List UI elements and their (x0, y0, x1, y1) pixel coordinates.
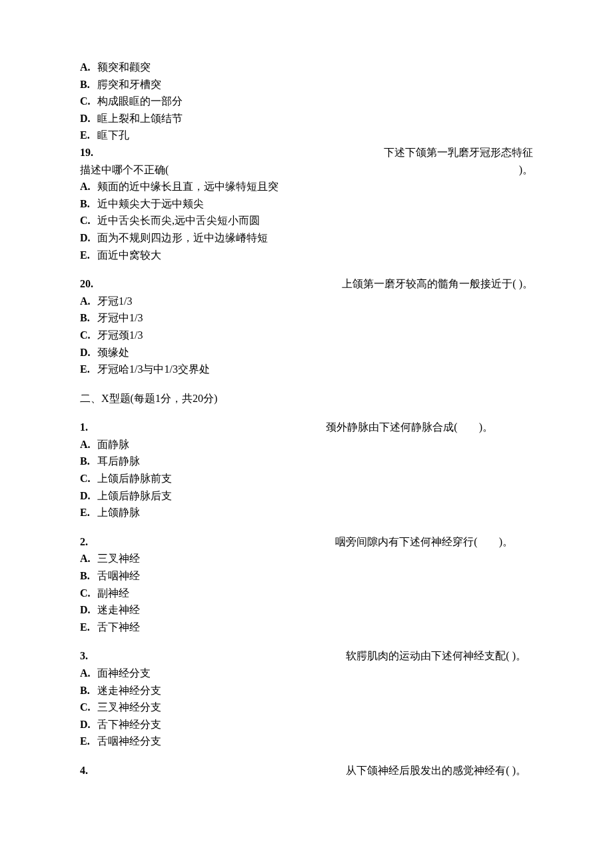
option-letter: C. (80, 470, 93, 487)
option-letter: D. (80, 716, 93, 733)
option-row: A. 面神经分支 (80, 665, 533, 682)
option-row: B. 牙冠中1/3 (80, 309, 533, 327)
option-row: C. 上颌后静脉前支 (80, 470, 533, 487)
option-text: 舌下神经分支 (97, 716, 161, 733)
option-letter: C. (80, 699, 93, 716)
question-number: 20. (80, 275, 93, 293)
option-letter: E. (80, 619, 93, 636)
option-text: 面近中窝较大 (97, 247, 161, 264)
question-stem-text: 软腭肌肉的运动由下述何神经支配( )。 (346, 647, 526, 665)
question-stem-row: 1. 颈外静脉由下述何静脉合成( )。 (80, 419, 533, 436)
option-text: 上颌静脉 (97, 504, 140, 521)
option-letter: C. (80, 212, 93, 229)
option-row: E. 眶下孔 (80, 127, 533, 144)
exam-page: A. 额突和颧突 B. 腭突和牙槽突 C. 构成眼眶的一部分 D. 眶上裂和上颌… (0, 0, 613, 846)
option-text: 构成眼眶的一部分 (97, 93, 183, 110)
option-text: 三叉神经 (97, 550, 140, 567)
option-letter: E. (80, 361, 93, 378)
question-stem-text: 颈外静脉由下述何静脉合成( )。 (326, 419, 493, 436)
option-row: A. 牙冠1/3 (80, 293, 533, 310)
option-row: E. 舌咽神经分支 (80, 733, 533, 750)
question-18-options: A. 额突和颧突 B. 腭突和牙槽突 C. 构成眼眶的一部分 D. 眶上裂和上颌… (80, 59, 533, 144)
question-number: 1. (80, 419, 88, 436)
option-row: B. 舌咽神经 (80, 567, 533, 585)
option-row: C. 近中舌尖长而尖,远中舌尖短小而圆 (80, 212, 533, 229)
option-row: D. 迷走神经 (80, 601, 533, 619)
option-letter: C. (80, 585, 93, 602)
option-letter: D. (80, 601, 93, 619)
question-x4: 4. 从下颌神经后股发出的感觉神经有( )。 (80, 762, 533, 779)
question-x2: 2. 咽旁间隙内有下述何神经穿行( )。 A. 三叉神经 B. 舌咽神经 C. … (80, 533, 533, 636)
option-row: B. 耳后静脉 (80, 453, 533, 470)
question-stem-row: 2. 咽旁间隙内有下述何神经穿行( )。 (80, 533, 533, 551)
option-letter: A. (80, 550, 93, 567)
option-row: C. 牙冠颈1/3 (80, 327, 533, 344)
option-row: A. 面静脉 (80, 436, 533, 453)
option-letter: B. (80, 76, 93, 93)
option-row: B. 迷走神经分支 (80, 682, 533, 699)
question-stem-continuation-left: 描述中哪个不正确( (80, 161, 169, 179)
option-text: 牙冠哈1/3与中1/3交界处 (97, 361, 210, 378)
option-text: 眶上裂和上颌结节 (97, 110, 183, 127)
option-letter: D. (80, 110, 93, 127)
option-text: 三叉神经分支 (97, 699, 161, 716)
option-text: 牙冠颈1/3 (97, 327, 143, 344)
question-stem-text: 从下颌神经后股发出的感觉神经有( )。 (346, 762, 526, 779)
option-letter: B. (80, 195, 93, 213)
option-text: 上颌后静脉前支 (97, 470, 172, 487)
option-row: D. 眶上裂和上颌结节 (80, 110, 533, 127)
option-text: 眶下孔 (97, 127, 129, 144)
option-text: 颊面的近中缘长且直，远中缘特短且突 (97, 178, 279, 195)
option-row: A. 三叉神经 (80, 550, 533, 567)
option-letter: D. (80, 229, 93, 247)
option-row: C. 三叉神经分支 (80, 699, 533, 716)
option-text: 近中舌尖长而尖,远中舌尖短小而圆 (97, 212, 260, 229)
option-text: 牙冠中1/3 (97, 309, 143, 327)
option-letter: B. (80, 567, 93, 585)
option-letter: B. (80, 682, 93, 699)
option-letter: E. (80, 504, 93, 521)
option-text: 耳后静脉 (97, 453, 140, 470)
option-row: C. 副神经 (80, 585, 533, 602)
option-row: A. 额突和颧突 (80, 59, 533, 76)
option-text: 迷走神经分支 (97, 682, 161, 699)
option-text: 腭突和牙槽突 (97, 76, 161, 93)
option-text: 舌咽神经 (97, 567, 140, 585)
option-row: D. 舌下神经分支 (80, 716, 533, 733)
option-text: 额突和颧突 (97, 59, 151, 76)
option-row: D. 颈缘处 (80, 344, 533, 361)
section-2-title: 二、X型题(每题1分，共20分) (80, 390, 533, 407)
option-text: 颈缘处 (97, 344, 129, 361)
option-letter: A. (80, 665, 93, 682)
option-letter: C. (80, 327, 93, 344)
option-text: 牙冠1/3 (97, 293, 132, 310)
option-text: 面为不规则四边形，近中边缘嵴特短 (97, 229, 268, 247)
question-stem-row: 3. 软腭肌肉的运动由下述何神经支配( )。 (80, 647, 533, 665)
option-letter: D. (80, 487, 93, 505)
option-letter: A. (80, 178, 93, 195)
option-letter: A. (80, 59, 93, 76)
option-letter: A. (80, 436, 93, 453)
option-text: 副神经 (97, 585, 129, 602)
option-letter: E. (80, 733, 93, 750)
option-letter: B. (80, 309, 93, 327)
option-text: 上颌后静脉后支 (97, 487, 172, 505)
option-text: 面神经分支 (97, 665, 151, 682)
question-stem-line2: 描述中哪个不正确( )。 (80, 161, 533, 179)
question-number: 19. (80, 144, 93, 161)
question-number: 2. (80, 533, 88, 551)
option-letter: E. (80, 247, 93, 264)
option-row: D. 上颌后静脉后支 (80, 487, 533, 505)
question-stem-text: 咽旁间隙内有下述何神经穿行( )。 (335, 533, 513, 551)
option-letter: C. (80, 93, 93, 110)
question-number: 4. (80, 762, 88, 779)
question-number: 3. (80, 647, 88, 665)
option-letter: B. (80, 453, 93, 470)
question-19: 19. 下述下颌第一乳磨牙冠形态特征 描述中哪个不正确( )。 A. 颊面的近中… (80, 144, 533, 263)
question-stem-text: 上颌第一磨牙较高的髓角一般接近于( )。 (342, 275, 533, 293)
option-letter: D. (80, 344, 93, 361)
option-row: B. 腭突和牙槽突 (80, 76, 533, 93)
option-text: 舌下神经 (97, 619, 140, 636)
option-row: D. 面为不规则四边形，近中边缘嵴特短 (80, 229, 533, 247)
option-row: E. 上颌静脉 (80, 504, 533, 521)
